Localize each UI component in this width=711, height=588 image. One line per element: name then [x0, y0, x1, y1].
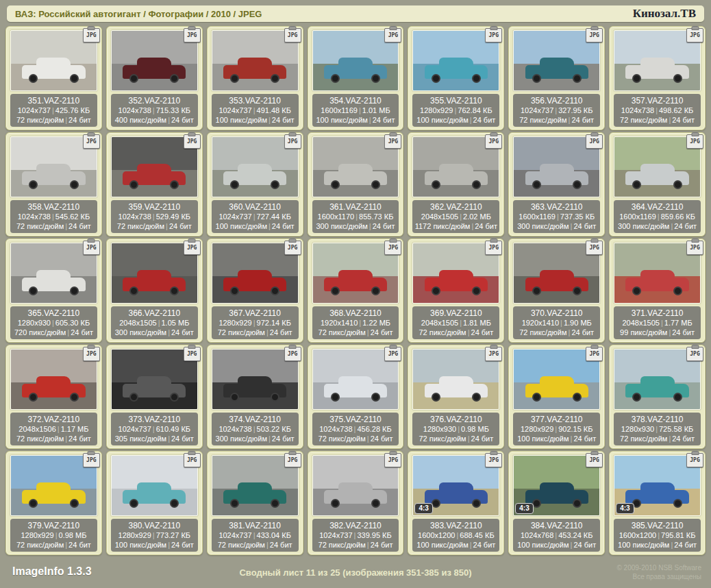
- thumbnail[interactable]: JPG 4:3: [111, 243, 198, 304]
- image-card[interactable]: JPG 4:3 358.VAZ-2110 1024x738|545.62 КБ …: [5, 132, 102, 236]
- image-card[interactable]: JPG 4:3 360.VAZ-2110 1024x737|727.44 КБ …: [207, 132, 303, 236]
- image-dimensions: 2048x1505: [421, 212, 458, 221]
- image-card[interactable]: JPG 4:3 377.VAZ-2110 1280x929|902.15 КБ …: [508, 345, 605, 449]
- image-card[interactable]: JPG 4:3 365.VAZ-2110 1280x930|605.30 КБ …: [5, 238, 102, 343]
- jpg-format-label: JPG: [288, 245, 297, 251]
- image-card[interactable]: JPG 4:3 375.VAZ-2110 1024x738|456.28 КБ …: [308, 345, 404, 449]
- site-logo[interactable]: Кинозал.ТВ: [633, 7, 696, 21]
- jpg-format-label: JPG: [589, 138, 599, 145]
- image-card[interactable]: JPG 4:3 371.VAZ-2110 2048x1505|1.77 МБ 9…: [609, 238, 706, 343]
- image-caption: 376.VAZ-2110 1280x930|0.98 МБ 72 пикс/дю…: [412, 413, 499, 445]
- jpg-format-badge-icon: JPG: [686, 134, 703, 149]
- jpg-format-label: JPG: [288, 351, 297, 357]
- thumbnail[interactable]: JPG 4:3: [513, 136, 600, 197]
- image-card[interactable]: JPG 4:3 366.VAZ-2110 2048x1505|1.05 МБ 3…: [106, 238, 203, 343]
- image-card[interactable]: JPG 4:3 362.VAZ-2110 2048x1505|2.02 МБ 1…: [408, 132, 504, 236]
- breadcrumb[interactable]: ВАЗ: Российский автогигант / Фотографии …: [15, 9, 262, 19]
- thumbnail[interactable]: JPG 4:3: [412, 349, 499, 410]
- aspect-ratio-badge: 4:3: [414, 503, 432, 514]
- car-photo-placeholder: [170, 499, 179, 508]
- image-card[interactable]: JPG 4:3 361.VAZ-2110 1600x1170|855.73 КБ…: [308, 132, 404, 236]
- thumbnail-grid: JPG 4:3 351.VAZ-2110 1024x737|425.76 КБ …: [5, 26, 706, 555]
- thumbnail[interactable]: JPG 4:3: [513, 455, 600, 516]
- thumbnail[interactable]: JPG 4:3: [312, 455, 399, 516]
- image-card[interactable]: JPG 4:3 373.VAZ-2110 1024x737|610.49 КБ …: [106, 345, 203, 449]
- thumbnail[interactable]: JPG 4:3: [312, 136, 399, 197]
- image-filesize: 725.58 КБ: [659, 425, 693, 433]
- separator: |: [456, 531, 458, 539]
- image-card[interactable]: JPG 4:3 384.VAZ-2110 1024x768|453.24 КБ …: [508, 451, 605, 555]
- thumbnail[interactable]: JPG 4:3: [212, 455, 299, 516]
- image-density: 300 пикс/дюйм: [316, 222, 367, 230]
- thumbnail[interactable]: JPG 4:3: [614, 30, 701, 91]
- thumbnail[interactable]: JPG 4:3: [412, 455, 499, 516]
- jpg-format-label: JPG: [187, 138, 197, 145]
- thumbnail[interactable]: JPG 4:3: [412, 243, 499, 304]
- image-card[interactable]: JPG 4:3 379.VAZ-2110 1280x929|0.98 МБ 72…: [5, 451, 102, 555]
- separator: |: [168, 116, 170, 124]
- thumbnail[interactable]: JPG 4:3: [111, 349, 198, 410]
- image-card[interactable]: JPG 4:3 369.VAZ-2110 2048x1505|1.81 МБ 7…: [408, 238, 504, 343]
- image-card[interactable]: JPG 4:3 351.VAZ-2110 1024x737|425.76 КБ …: [5, 26, 102, 130]
- image-card[interactable]: JPG 4:3 357.VAZ-2110 1024x738|498.62 КБ …: [609, 26, 706, 130]
- image-card[interactable]: JPG 4:3 363.VAZ-2110 1600x1169|737.35 КБ…: [508, 132, 605, 236]
- thumbnail[interactable]: JPG 4:3: [10, 30, 97, 91]
- image-card[interactable]: JPG 4:3 359.VAZ-2110 1024x738|529.49 КБ …: [106, 132, 203, 236]
- thumbnail[interactable]: JPG 4:3: [614, 136, 701, 197]
- thumbnail[interactable]: JPG 4:3: [212, 243, 299, 304]
- thumbnail[interactable]: JPG 4:3: [212, 349, 299, 410]
- image-card[interactable]: JPG 4:3 356.VAZ-2110 1024x737|327.95 КБ …: [508, 26, 605, 130]
- thumbnail[interactable]: JPG 4:3: [513, 349, 600, 410]
- image-card[interactable]: JPG 4:3 380.VAZ-2110 1280x929|773.27 КБ …: [106, 451, 203, 555]
- image-bitdepth: 24 бит: [471, 328, 494, 336]
- image-card[interactable]: JPG 4:3 381.VAZ-2110 1024x737|433.04 КБ …: [207, 451, 303, 555]
- thumbnail[interactable]: JPG 4:3: [111, 136, 198, 197]
- image-card[interactable]: JPG 4:3 383.VAZ-2110 1600x1200|688.45 КБ…: [408, 451, 504, 555]
- image-card[interactable]: JPG 4:3 382.VAZ-2110 1024x737|339.95 КБ …: [308, 451, 404, 555]
- image-card[interactable]: JPG 4:3 355.VAZ-2110 1280x929|762.84 КБ …: [408, 26, 504, 130]
- image-bitdepth: 24 бит: [68, 541, 91, 549]
- thumbnail[interactable]: JPG 4:3: [10, 136, 97, 197]
- thumbnail[interactable]: JPG 4:3: [312, 30, 399, 91]
- thumbnail[interactable]: JPG 4:3: [312, 349, 399, 410]
- thumbnail[interactable]: JPG 4:3: [513, 243, 600, 304]
- thumbnail[interactable]: JPG 4:3: [412, 30, 499, 91]
- image-card[interactable]: JPG 4:3 352.VAZ-2110 1024x738|715.33 КБ …: [106, 26, 203, 130]
- thumbnail[interactable]: JPG 4:3: [412, 136, 499, 197]
- thumbnail[interactable]: JPG 4:3: [111, 455, 198, 516]
- image-card[interactable]: JPG 4:3 372.VAZ-2110 2048x1506|1.17 МБ 7…: [5, 345, 102, 449]
- thumbnail[interactable]: JPG 4:3: [111, 30, 198, 91]
- thumbnail[interactable]: JPG 4:3: [312, 243, 399, 304]
- image-caption: 366.VAZ-2110 2048x1505|1.05 МБ 300 пикс/…: [111, 306, 198, 339]
- thumbnail[interactable]: JPG 4:3: [614, 455, 701, 516]
- image-card[interactable]: JPG 4:3 353.VAZ-2110 1024x737|491.48 КБ …: [207, 26, 303, 130]
- image-card[interactable]: JPG 4:3 370.VAZ-2110 1920x1410|1.90 МБ 7…: [508, 238, 605, 343]
- footer-bar: ImageInfo 1.3.3 Сводный лист 11 из 25 (и…: [0, 559, 711, 588]
- image-card[interactable]: JPG 4:3 376.VAZ-2110 1280x930|0.98 МБ 72…: [408, 345, 504, 449]
- image-card[interactable]: JPG 4:3 367.VAZ-2110 1280x929|972.14 КБ …: [207, 238, 303, 343]
- image-filesize: 425.76 КБ: [55, 106, 90, 114]
- copyright-line-1: © 2009-2010 NSB Software: [616, 563, 701, 572]
- thumbnail[interactable]: JPG 4:3: [10, 455, 97, 516]
- thumbnail[interactable]: JPG 4:3: [513, 30, 600, 91]
- image-card[interactable]: JPG 4:3 378.VAZ-2110 1280x930|725.58 КБ …: [609, 345, 706, 449]
- image-size-line: 1024x737|727.44 КБ: [213, 212, 297, 221]
- car-photo-placeholder: [129, 286, 138, 295]
- image-card[interactable]: JPG 4:3 354.VAZ-2110 1600x1169|1.01 МБ 1…: [308, 26, 404, 130]
- thumbnail[interactable]: JPG 4:3: [10, 349, 97, 410]
- thumbnail[interactable]: JPG 4:3: [10, 243, 97, 304]
- image-title: 358.VAZ-2110: [12, 202, 96, 212]
- image-density: 72 пикс/дюйм: [620, 434, 667, 443]
- image-card[interactable]: JPG 4:3 385.VAZ-2110 1600x1200|795.81 КБ…: [609, 451, 706, 555]
- image-card[interactable]: JPG 4:3 374.VAZ-2110 1024x738|503.22 КБ …: [207, 345, 303, 449]
- thumbnail[interactable]: JPG 4:3: [212, 136, 299, 197]
- image-density: 72 пикс/дюйм: [319, 328, 366, 336]
- jpg-format-badge-icon: JPG: [284, 453, 301, 467]
- image-card[interactable]: JPG 4:3 368.VAZ-2110 1920x1410|1.22 МБ 7…: [308, 238, 404, 343]
- thumbnail[interactable]: JPG 4:3: [614, 349, 701, 410]
- image-card[interactable]: JPG 4:3 364.VAZ-2110 1600x1169|859.66 КБ…: [609, 132, 706, 236]
- thumbnail[interactable]: JPG 4:3: [614, 243, 701, 304]
- image-filesize: 1.05 МБ: [162, 319, 190, 327]
- separator: |: [356, 212, 358, 221]
- thumbnail[interactable]: JPG 4:3: [212, 30, 299, 91]
